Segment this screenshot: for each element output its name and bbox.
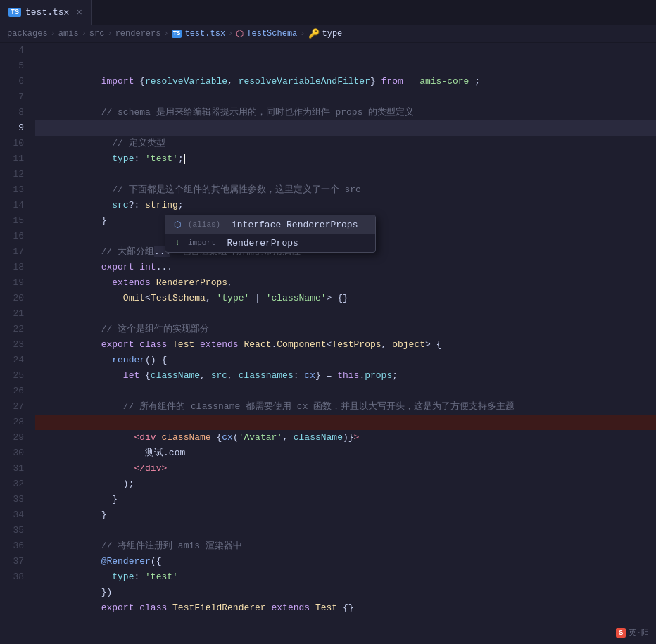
autocomplete-item-0[interactable]: ⬡ (alias) interface RendererProps <box>165 215 375 234</box>
ac-interface-icon: ⬡ <box>172 220 182 230</box>
ln-6: 6 <box>0 74 24 89</box>
code-line-36: type: 'test' <box>35 538 656 554</box>
sep3: › <box>107 29 112 39</box>
crumb-src: src <box>89 29 105 39</box>
csdn-watermark: S 英·阳 <box>616 627 649 638</box>
code-line-9: type: 'test'; <box>35 120 656 136</box>
code-line-34: // 将组件注册到 amis 渲染器中 <box>35 507 656 523</box>
code-line-13: } <box>35 182 656 198</box>
ln-33: 33 <box>0 492 24 507</box>
crumb-interface-icon: ⬡ <box>236 28 244 39</box>
code-line-33 <box>35 492 656 507</box>
ln-15: 15 <box>0 213 24 229</box>
code-line-30: ); <box>35 446 656 461</box>
file-tab[interactable]: TS test.tsx × <box>0 0 92 25</box>
ln-36: 36 <box>0 538 24 554</box>
code-line-12: src?: string; <box>35 167 656 182</box>
code-line-35: @Renderer({ <box>35 523 656 538</box>
ln-8: 8 <box>0 105 24 120</box>
ac-import-icon: ↓ <box>172 238 182 248</box>
line-numbers: 4 5 6 7 8 9 10 11 12 13 14 15 16 17 18 1… <box>0 43 31 643</box>
tab-filename: test.tsx <box>25 7 69 18</box>
ln-34: 34 <box>0 507 24 523</box>
code-line-19 <box>35 275 656 291</box>
autocomplete-item-1[interactable]: ↓ import RendererProps <box>165 234 375 252</box>
sep1: › <box>51 29 56 39</box>
ln-14: 14 <box>0 198 24 213</box>
code-line-8: // 定义类型 <box>35 105 656 120</box>
ln-13: 13 <box>0 182 24 198</box>
code-line-22: render() { <box>35 322 656 337</box>
ln-27: 27 <box>0 399 24 415</box>
code-line-32: } <box>35 476 656 492</box>
code-line-24 <box>35 353 656 368</box>
ln-35: 35 <box>0 523 24 538</box>
ln-20: 20 <box>0 291 24 306</box>
sep2: › <box>82 29 87 39</box>
code-line-4: import {resolveVariable, resolveVariable… <box>35 43 656 58</box>
code-line-18: Omit<TestSchema, 'type' | 'className'> {… <box>35 260 656 275</box>
code-content[interactable]: import {resolveVariable, resolveVariable… <box>31 43 656 643</box>
ln-22: 22 <box>0 322 24 337</box>
crumb-amis: amis <box>58 29 79 39</box>
tab-close-button[interactable]: × <box>76 7 82 18</box>
ln-31: 31 <box>0 461 24 476</box>
ln-29: 29 <box>0 430 24 446</box>
code-line-29: </div> <box>35 430 656 446</box>
ln-10: 10 <box>0 136 24 151</box>
ln-5: 5 <box>0 58 24 74</box>
crumb-packages: packages <box>7 29 48 39</box>
code-line-20: // 这个是组件的实现部分 <box>35 291 656 306</box>
ac-kind-0: (alias) <box>188 220 220 229</box>
code-line-31: } <box>35 461 656 476</box>
ln-23: 23 <box>0 337 24 353</box>
csdn-text: 英·阳 <box>629 627 649 638</box>
code-line-21: export class Test extends React.Componen… <box>35 306 656 322</box>
sep4: › <box>163 29 168 39</box>
autocomplete-popup[interactable]: ⬡ (alias) interface RendererProps ↓ impo… <box>165 215 376 253</box>
ln-16: 16 <box>0 229 24 244</box>
ln-12: 12 <box>0 167 24 182</box>
ln-38: 38 <box>0 569 24 585</box>
ln-25: 25 <box>0 368 24 384</box>
ln-21: 21 <box>0 306 24 322</box>
ln-32: 32 <box>0 476 24 492</box>
crumb-testschema: TestSchema <box>246 29 297 39</box>
ln-7: 7 <box>0 89 24 105</box>
ln-4: 4 <box>0 43 24 58</box>
editor: 4 5 6 7 8 9 10 11 12 13 14 15 16 17 18 1… <box>0 43 656 643</box>
code-area: 4 5 6 7 8 9 10 11 12 13 14 15 16 17 18 1… <box>0 43 656 643</box>
ac-label-0: interface RendererProps <box>226 220 358 230</box>
crumb-file: test.tsx <box>184 29 225 39</box>
ln-26: 26 <box>0 384 24 399</box>
ln-30: 30 <box>0 446 24 461</box>
code-line-10 <box>35 136 656 151</box>
code-line-11: // 下面都是这个组件的其他属性参数，这里定义了一个 src <box>35 151 656 167</box>
ln-9: 9 <box>0 120 24 136</box>
crumb-renderers: renderers <box>115 29 161 39</box>
csdn-logo: S <box>616 628 626 638</box>
code-line-27: <div className={cx('Avatar', className)}… <box>35 399 656 415</box>
tab-bar: TS test.tsx × <box>0 0 656 25</box>
crumb-ts-icon: TS <box>172 30 182 38</box>
code-line-25: // 所有组件的 classname 都需要使用 cx 函数，并且以大写开头，这… <box>35 368 656 384</box>
ts-icon: TS <box>8 8 21 17</box>
ln-17: 17 <box>0 244 24 260</box>
ln-18: 18 <box>0 260 24 275</box>
code-line-26: return ( <box>35 384 656 399</box>
ac-label-1: RendererProps <box>222 238 298 248</box>
breadcrumb: packages › amis › src › renderers › TS t… <box>0 25 656 43</box>
sep6: › <box>300 29 305 39</box>
ac-kind-1: import <box>188 239 216 247</box>
code-line-7: export interface TestSchema extends Base… <box>35 89 656 105</box>
ln-28: 28 <box>0 415 24 430</box>
code-line-23: let {className, src, classnames: cx} = t… <box>35 337 656 353</box>
crumb-type: type <box>322 29 343 39</box>
code-line-37: }) <box>35 554 656 569</box>
code-line-5 <box>35 58 656 74</box>
ln-11: 11 <box>0 151 24 167</box>
sep5: › <box>228 29 233 39</box>
ln-37: 37 <box>0 554 24 569</box>
ln-19: 19 <box>0 275 24 291</box>
code-line-14 <box>35 198 656 213</box>
